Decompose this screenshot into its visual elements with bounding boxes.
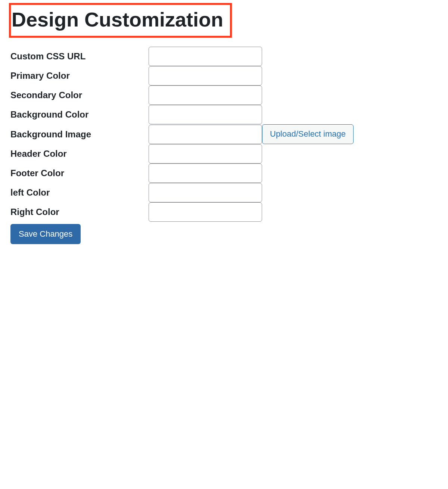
footer-color-input[interactable]: [149, 163, 262, 183]
left-color-input[interactable]: [149, 183, 262, 202]
design-form: Custom CSS URL Primary Color Secondary C…: [10, 47, 354, 244]
background-color-label: Background Color: [10, 109, 88, 119]
custom-css-url-input[interactable]: [149, 47, 262, 66]
save-changes-button[interactable]: Save Changes: [10, 224, 81, 244]
right-color-input[interactable]: [149, 202, 262, 222]
header-color-input[interactable]: [149, 144, 262, 163]
upload-image-button[interactable]: Upload/Select image: [262, 124, 354, 144]
page-title: Design Customization: [9, 3, 232, 38]
footer-color-label: Footer Color: [10, 168, 64, 178]
secondary-color-label: Secondary Color: [10, 90, 82, 100]
left-color-label: left Color: [10, 187, 50, 197]
custom-css-url-label: Custom CSS URL: [10, 51, 85, 61]
primary-color-input[interactable]: [149, 66, 262, 85]
background-image-label: Background Image: [10, 129, 91, 139]
right-color-label: Right Color: [10, 207, 59, 217]
background-image-input[interactable]: [149, 125, 262, 144]
background-color-input[interactable]: [149, 105, 262, 124]
header-color-label: Header Color: [10, 149, 67, 159]
primary-color-label: Primary Color: [10, 71, 70, 81]
secondary-color-input[interactable]: [149, 85, 262, 105]
